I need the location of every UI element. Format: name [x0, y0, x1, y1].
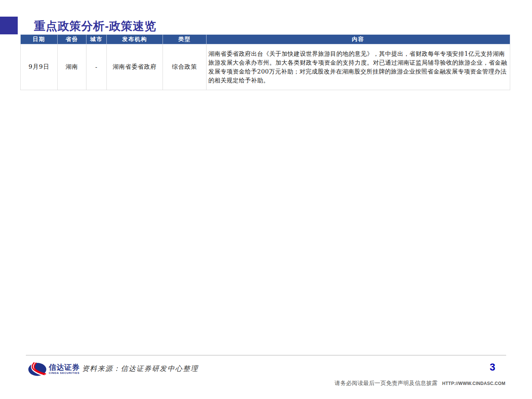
cell-city: -	[86, 44, 107, 90]
cell-type: 综合政策	[163, 44, 207, 90]
disclaimer-text: 请务必阅读最后一页免责声明及信息披露	[335, 380, 438, 387]
table-row: 9月9日 湖南 - 湖南省委省政府 综合政策 湖南省委省政府出台《关于加快建设世…	[21, 44, 510, 90]
header-type: 类型	[163, 35, 207, 44]
header-agency: 发布机构	[107, 35, 163, 44]
title-accent-square	[0, 17, 18, 34]
disclaimer-bar: 请务必阅读最后一页免责声明及信息披露 HTTP://WWW.CINDASC.CO…	[335, 380, 505, 387]
cell-province: 湖南	[58, 44, 86, 90]
header-content: 内容	[207, 35, 510, 44]
header-province: 省份	[58, 35, 86, 44]
policy-table-header: 日期 省份 城市 发布机构 类型 内容	[21, 35, 510, 44]
cinda-logo-icon	[27, 361, 47, 377]
header-date: 日期	[21, 35, 58, 44]
page-title: 重点政策分析-政策速览	[34, 18, 156, 34]
disclaimer-url: HTTP://WWW.CINDASC.COM	[442, 381, 505, 386]
source-note: 资料来源：信达证券研发中心整理	[82, 364, 198, 374]
cinda-logo: 信达证券 CINDA SECURITIES	[27, 361, 80, 377]
logo-name-cn: 信达证券	[49, 364, 80, 371]
logo-name-en: CINDA SECURITIES	[49, 372, 80, 375]
cell-content: 湖南省委省政府出台《关于加快建设世界旅游目的地的意见》，其中提出，省财政每年专项…	[207, 44, 510, 90]
header-city: 城市	[86, 35, 107, 44]
cell-agency: 湖南省委省政府	[107, 44, 163, 90]
policy-table: 日期 省份 城市 发布机构 类型 内容 9月9日 湖南 - 湖南省委省政府 综合…	[20, 34, 510, 90]
footer-divider	[26, 355, 506, 355]
page-number: 3	[487, 362, 498, 373]
cinda-logo-text: 信达证券 CINDA SECURITIES	[49, 364, 80, 375]
cell-date: 9月9日	[21, 44, 58, 90]
